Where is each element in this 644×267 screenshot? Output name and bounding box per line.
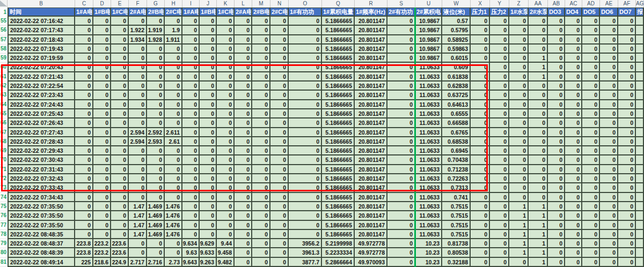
cell-AD72[interactable]: 0 [582,174,600,183]
cell-AD77[interactable]: 0 [582,221,600,230]
cell-S80[interactable]: 0 [387,248,415,257]
cell-AA80[interactable]: 1 [529,248,548,257]
cell-AC70[interactable]: 0 [565,155,582,165]
column-letter-B[interactable]: B [8,0,75,8]
header-cell-AB[interactable]: DO3 [548,8,565,17]
cell-H76[interactable]: 1.476 [165,211,182,220]
cell-AC74[interactable]: 0 [565,193,582,202]
row-number-58[interactable]: 58 [0,44,8,54]
cell-Z70[interactable]: 0 [509,155,529,165]
cell-H57[interactable]: 1.911 [165,35,182,44]
cell-J55[interactable]: 0 [200,17,217,26]
cell-AG65[interactable] [636,109,644,118]
cell-X59[interactable]: 0 [471,54,490,63]
cell-Z62[interactable]: 0 [509,81,529,91]
cell-G55[interactable]: 0 [147,17,165,26]
cell-AE55[interactable]: 0 [600,17,618,26]
cell-X74[interactable]: 0 [471,193,490,202]
cell-Q55[interactable]: 5.1866665 [322,17,355,26]
cell-AE66[interactable]: 0 [600,118,618,128]
cell-AF62[interactable]: 0 [618,81,636,91]
cell-Z59[interactable]: 0 [509,54,529,63]
cell-AC78[interactable]: 0 [565,230,582,239]
cell-AB64[interactable]: 0 [548,100,565,109]
cell-AC81[interactable]: 0 [565,258,582,267]
cell-AB76[interactable]: 0 [548,211,565,220]
cell-E77[interactable]: 0 [111,221,129,230]
cell-K57[interactable]: 0 [217,35,235,44]
cell-AF57[interactable]: 0 [618,35,636,44]
cell-F77[interactable]: 1.47 [129,221,147,230]
cell-R80[interactable]: 49.972778 [355,248,387,257]
cell-AG60[interactable] [636,63,644,72]
cell-S81[interactable]: 0 [387,258,415,267]
cell-AF56[interactable]: 0 [618,26,636,35]
cell-L78[interactable]: 0 [235,230,252,239]
cell-AB70[interactable]: 0 [548,155,565,165]
cell-AA65[interactable]: 0 [529,109,548,118]
cell-AD57[interactable]: 0 [582,35,600,44]
cell-AF80[interactable]: 0 [618,248,636,257]
header-cell-AF[interactable]: DO7 [618,8,636,17]
cell-AC65[interactable]: 0 [565,109,582,118]
cell-AD58[interactable]: 0 [582,44,600,54]
cell-AE65[interactable]: 0 [600,109,618,118]
column-letter-AG[interactable]: AG [636,0,644,8]
cell-N74[interactable]: 0 [270,193,289,202]
cell-Z66[interactable]: 0 [509,118,529,128]
cell-AF70[interactable]: 0 [618,155,636,165]
cell-G80[interactable]: 0 [147,248,165,257]
cell-AG77[interactable] [636,221,644,230]
cell-Y55[interactable]: 0 [490,17,509,26]
cell-AF74[interactable]: 0 [618,193,636,202]
cell-Q81[interactable]: 5.2866664 [322,258,355,267]
cell-N77[interactable]: 0 [270,221,289,230]
header-cell-H[interactable]: 2#C电 [165,8,182,17]
cell-S57[interactable]: 0 [387,35,415,44]
cell-U74[interactable]: 11.0633 [415,193,442,202]
cell-U55[interactable]: 10.9867 [415,17,442,26]
cell-W77[interactable]: 0.7515 [442,221,471,230]
column-letter-C[interactable]: C [75,0,93,8]
cell-G77[interactable]: 1.469 [147,221,165,230]
cell-X57[interactable]: 0 [471,35,490,44]
cell-AG61[interactable] [636,72,644,81]
cell-Z74[interactable]: 0 [509,193,529,202]
cell-AA58[interactable]: 0 [529,44,548,54]
cell-W76[interactable]: 0.7515 [442,211,471,220]
cell-M56[interactable]: 0 [252,26,270,35]
column-letter-U[interactable]: U [415,0,442,8]
cell-AA81[interactable]: 1 [529,258,548,267]
cell-AE78[interactable]: 0 [600,230,618,239]
cell-U59[interactable]: 10.9867 [415,54,442,63]
cell-AA70[interactable]: 0 [529,155,548,165]
cell-M74[interactable]: 0 [252,193,270,202]
cell-AD78[interactable]: 0 [582,230,600,239]
cell-M59[interactable]: 0 [252,54,270,63]
cell-AD60[interactable]: 0 [582,63,600,72]
cell-U78[interactable]: 11.0633 [415,230,442,239]
cell-U77[interactable]: 11.0633 [415,221,442,230]
cell-H74[interactable]: 0 [165,193,182,202]
cell-E78[interactable]: 0 [111,230,129,239]
cell-N76[interactable]: 0 [270,211,289,220]
cell-Z65[interactable]: 0 [509,109,529,118]
cell-H78[interactable]: 1.476 [165,230,182,239]
cell-AC72[interactable]: 0 [565,174,582,183]
cell-I74[interactable]: 0 [182,193,200,202]
cell-O58[interactable]: 0 [289,44,322,54]
cell-N56[interactable]: 0 [270,26,289,35]
cell-H77[interactable]: 1.476 [165,221,182,230]
cell-AG56[interactable] [636,26,644,35]
cell-AC60[interactable]: 0 [565,63,582,72]
cell-B58[interactable]: 2022-02-22 07:19:43 [8,44,75,54]
cell-W81[interactable]: 0.32188 [442,258,471,267]
cell-Z77[interactable]: 1 [509,221,529,230]
cell-Y76[interactable]: 0 [490,211,509,220]
cell-M57[interactable]: 0 [252,35,270,44]
cell-K59[interactable]: 0 [217,54,235,63]
cell-J56[interactable]: 0 [200,26,217,35]
header-cell-D[interactable]: 1#B电 [93,8,111,17]
cell-O75[interactable]: 0 [289,202,322,211]
cell-U75[interactable]: 11.0633 [415,202,442,211]
